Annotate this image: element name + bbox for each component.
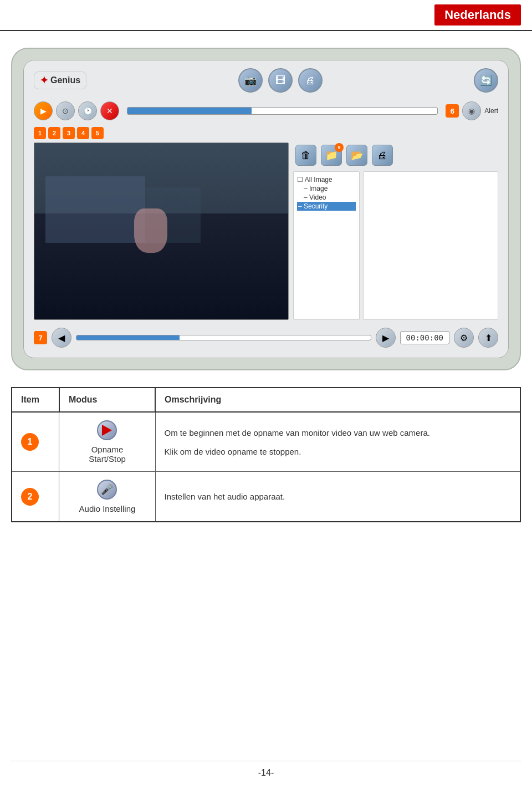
genius-logo: ✦ Genius <box>34 72 86 89</box>
audio-icon: 🎤 <box>97 480 117 500</box>
badge-5: 5 <box>91 127 104 139</box>
app-toolbar: ✦ Genius 📷 🎞 🖨 🔄 <box>29 66 503 95</box>
icon-badge-9: 9 <box>335 143 344 152</box>
right-panel: 🗑 📁 9 📂 🖨 <box>293 142 498 320</box>
page-header: Nederlands <box>0 0 532 31</box>
table-section: Item Modus Omschrijving 1 OpnameStart <box>11 387 521 522</box>
print-icon-btn[interactable]: 🖨 <box>372 145 393 166</box>
clock-button[interactable]: 🕐 <box>78 101 97 120</box>
badge-6: 6 <box>446 104 459 118</box>
badge-3: 3 <box>63 127 75 139</box>
row2-item: 2 <box>12 472 59 522</box>
file-panels: ☐ All Image – Image – Video – Security <box>293 171 498 320</box>
row1-badge: 1 <box>21 433 39 451</box>
page-number: -14- <box>258 768 274 777</box>
table-row: 1 OpnameStart/Stop Om te beginnen met de… <box>12 412 520 472</box>
record-icon <box>97 420 117 440</box>
progress-fill <box>127 108 252 114</box>
prev-frame-button[interactable]: ◀ <box>52 328 71 348</box>
close-button[interactable]: ✕ <box>100 101 119 120</box>
badge-2: 2 <box>48 127 60 139</box>
video-preview <box>34 142 289 320</box>
file-tree[interactable]: ☐ All Image – Image – Video – Security <box>293 171 360 320</box>
genius-star-icon: ✦ <box>40 74 48 86</box>
folder-icon-btn[interactable]: 📂 <box>346 145 367 166</box>
tree-security[interactable]: – Security <box>297 202 356 211</box>
row2-badge: 2 <box>21 488 39 506</box>
row2-description: Instellen van het audio apparaat. <box>155 472 520 522</box>
col-header-modus: Modus <box>59 388 155 412</box>
progress-bar[interactable] <box>127 107 438 115</box>
right-icons-row: 🗑 📁 9 📂 🖨 <box>293 142 498 168</box>
gear-button[interactable]: ⚙ <box>454 328 474 348</box>
row1-description: Om te beginnen met de opname van monitor… <box>155 412 520 472</box>
number-badges-row: 1 2 3 4 5 <box>29 127 503 139</box>
settings-button[interactable]: ⊙ <box>56 101 75 120</box>
playback-fill <box>76 335 180 340</box>
second-toolbar: ▶ ⊙ 🕐 ✕ 6 ◉ Alert <box>29 99 503 123</box>
print-button[interactable]: 🖨 <box>298 68 323 93</box>
feature-table: Item Modus Omschrijving 1 OpnameStart <box>11 387 521 522</box>
row2-modus: 🎤 Audio Instelling <box>59 472 155 522</box>
refresh-button[interactable]: 🔄 <box>474 68 498 93</box>
table-row: 2 🎤 Audio Instelling Instellen van het a… <box>12 472 520 522</box>
col-header-item: Item <box>12 388 59 412</box>
main-content: 🗑 📁 9 📂 🖨 <box>29 142 503 320</box>
col-header-description: Omschrijving <box>155 388 520 412</box>
badge-7: 7 <box>34 331 47 344</box>
row1-modus: OpnameStart/Stop <box>59 412 155 472</box>
badge-4: 4 <box>77 127 89 139</box>
page-title: Nederlands <box>434 4 521 26</box>
badge-1: 1 <box>34 127 46 139</box>
genius-brand-label: Genius <box>50 75 80 85</box>
file-preview-panel <box>363 171 498 320</box>
tree-video[interactable]: – Video <box>297 193 356 202</box>
alert-label: Alert <box>484 107 498 115</box>
playback-progress[interactable] <box>76 335 371 340</box>
play-button[interactable]: ▶ <box>34 101 53 120</box>
extra-button[interactable]: ◉ <box>462 101 481 120</box>
app-window: ✦ Genius 📷 🎞 🖨 🔄 ▶ ⊙ 🕐 ✕ 6 ◉ Alert 1 <box>23 60 509 358</box>
screenshot-container: ✦ Genius 📷 🎞 🖨 🔄 ▶ ⊙ 🕐 ✕ 6 ◉ Alert 1 <box>11 48 521 370</box>
page-footer: -14- <box>11 761 521 778</box>
row1-item: 1 <box>12 412 59 472</box>
row1-modus-label: OpnameStart/Stop <box>89 445 126 464</box>
tree-all-image[interactable]: ☐ All Image <box>297 175 356 184</box>
trash-icon-btn[interactable]: 🗑 <box>295 145 316 166</box>
row2-modus-label: Audio Instelling <box>79 504 136 513</box>
camera-button[interactable]: 📷 <box>238 68 263 93</box>
video-button[interactable]: 🎞 <box>268 68 293 93</box>
time-display: 00:00:00 <box>400 331 449 344</box>
tree-image[interactable]: – Image <box>297 184 356 193</box>
export-button[interactable]: ⬆ <box>478 328 498 348</box>
next-frame-button[interactable]: ▶ <box>376 328 396 348</box>
bottom-controls: 7 ◀ ▶ 00:00:00 ⚙ ⬆ <box>29 323 503 352</box>
play-triangle-icon <box>102 425 112 436</box>
numbered-icon-btn[interactable]: 📁 9 <box>321 145 342 166</box>
